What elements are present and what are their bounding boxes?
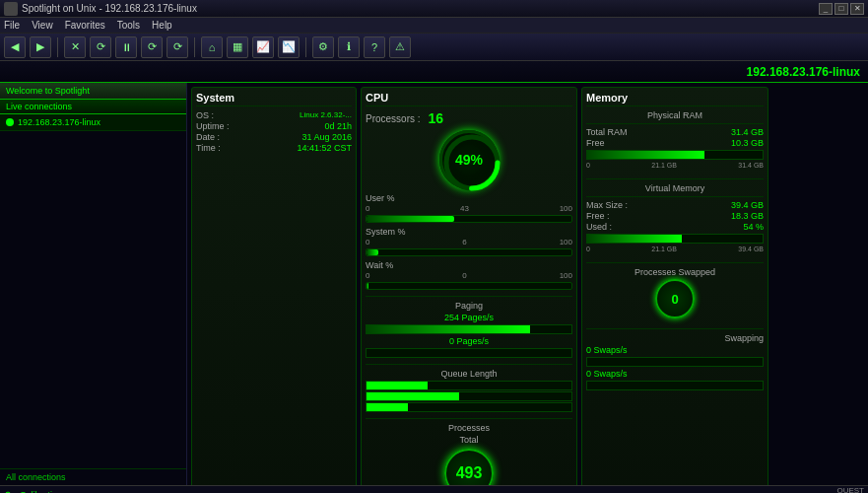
used-vm-value: 54 % [743, 222, 764, 232]
minimize-button[interactable]: _ [819, 3, 833, 15]
system-pct-label: System % [366, 227, 406, 237]
forward-button[interactable]: ▶ [30, 36, 51, 58]
processes-total: 493 [444, 449, 494, 485]
free-vm-label: Free : [586, 211, 610, 221]
wait-pct-bar [366, 282, 572, 290]
toolbar-separator-2 [194, 37, 195, 57]
quest-logo-text: QUESTSOFTWARE [820, 486, 864, 494]
paging-label: Paging [366, 301, 572, 311]
replay-button[interactable]: ⟳ [167, 36, 188, 58]
total-ram-value: 31.4 GB [731, 127, 764, 137]
system-panel: System OS : Linux 2.6.32-... Uptime : 0d… [191, 87, 357, 485]
swapping-label: Swapping [586, 333, 764, 343]
pause-button[interactable]: ⏸ [115, 36, 137, 58]
welcome-text: Welcome to Spotlight [6, 86, 90, 96]
swaps-in-bar [586, 357, 764, 367]
sys-pct-labels: 0 6 100 [366, 238, 572, 246]
ram-bar [586, 150, 764, 160]
vm-bar-21: 21.1 GB [651, 246, 677, 252]
total-label: Total [366, 435, 572, 445]
chart2-button[interactable]: 📈 [252, 36, 274, 58]
processes-swapped-value: 0 [655, 279, 695, 318]
home-button[interactable]: ⌂ [201, 36, 223, 58]
time-label: Time : [196, 143, 221, 153]
all-connections[interactable]: All connections [0, 468, 186, 485]
queue-bar-fill-2 [367, 392, 459, 400]
sys-pct-max: 100 [560, 238, 572, 246]
vm-bar-labels: 0 21.1 GB 39.4 GB [586, 246, 764, 252]
memory-panel: Memory Physical RAM Total RAM 31.4 GB Fr… [581, 87, 768, 485]
step-button[interactable]: ⟳ [141, 36, 163, 58]
window-controls[interactable]: _ □ ✕ [819, 3, 864, 15]
wait-pct-min: 0 [366, 271, 369, 280]
menu-file[interactable]: File [4, 20, 20, 31]
live-connections-header: Live connections [0, 100, 186, 114]
calibrating-text: Calibrating... [20, 490, 70, 494]
queue-bar-fill-1 [367, 382, 428, 389]
warning-button[interactable]: ⚠ [389, 36, 411, 58]
uptime-value: 0d 21h [324, 121, 352, 131]
wait-pct-labels: 0 0 100 [366, 271, 572, 280]
swaps-out-bar [586, 381, 764, 390]
welcome-banner: Welcome to Spotlight [0, 83, 186, 100]
status-icon: ⚙ [4, 490, 12, 494]
free-ram-label: Free [586, 138, 605, 148]
used-vm-row: Used : 54 % [586, 222, 764, 232]
window-title: Spotlight on Unix - 192.168.23.176-linux [22, 3, 197, 14]
toolbar: ◀ ▶ ✕ ⟳ ⏸ ⟳ ⟳ ⌂ ▦ 📈 📉 ⚙ ℹ ? ⚠ [0, 34, 868, 61]
vm-bar-0: 0 [586, 246, 590, 252]
close-button[interactable]: ✕ [850, 3, 864, 15]
back-button[interactable]: ◀ [4, 36, 26, 58]
user-pct-min: 0 [366, 204, 369, 213]
virtual-memory-label: Virtual Memory [586, 183, 764, 197]
time-row: Time : 14:41:52 CST [196, 143, 352, 153]
wait-pct-fill [367, 283, 368, 289]
menu-favorites[interactable]: Favorites [65, 20, 105, 31]
ram-bar-0: 0 [586, 162, 590, 169]
toolbar-separator [57, 37, 58, 57]
menu-tools[interactable]: Tools [117, 20, 140, 31]
time-value: 14:41:52 CST [297, 143, 352, 153]
os-label: OS : [196, 110, 214, 120]
user-pct-label: User % [366, 193, 395, 203]
settings-button[interactable]: ⚙ [312, 36, 334, 58]
wait-pct-max: 100 [560, 271, 572, 280]
processes-label: Processes [366, 423, 572, 433]
uptime-row: Uptime : 0d 21h [196, 121, 352, 131]
all-connections-label: All connections [6, 472, 66, 482]
queue-bar-1 [366, 381, 572, 390]
wait-pct-row: Wait % [366, 260, 572, 270]
os-value: Linux 2.6.32-... [300, 110, 352, 120]
total-ram-row: Total RAM 31.4 GB [586, 127, 764, 137]
vm-bar [586, 234, 764, 244]
pages-out-bar [366, 348, 572, 358]
os-row: OS : Linux 2.6.32-... [196, 110, 352, 120]
pages-in-bar [366, 324, 572, 334]
connection-item[interactable]: 192.168.23.176-linux [0, 114, 186, 131]
user-pct-row: User % [366, 193, 572, 203]
chart1-button[interactable]: ▦ [227, 36, 248, 58]
info-button[interactable]: ℹ [338, 36, 360, 58]
sys-pct-min: 0 [366, 238, 369, 246]
ram-bar-labels: 0 21.1 GB 31.4 GB [586, 162, 764, 169]
refresh-button[interactable]: ⟳ [90, 36, 111, 58]
processes-swapped-label: Processes Swapped [586, 267, 764, 277]
menu-help[interactable]: Help [152, 20, 172, 31]
free-ram-value: 10.3 GB [731, 138, 764, 148]
system-pct-fill [367, 249, 378, 255]
user-pct-bar-labels: 0 43 100 [366, 204, 572, 213]
wait-pct-label: Wait % [366, 260, 393, 270]
swaps-out: 0 Swaps/s [586, 369, 764, 379]
processors-value: 16 [429, 110, 444, 126]
date-label: Date : [196, 132, 220, 142]
chart3-button[interactable]: 📉 [278, 36, 300, 58]
menu-view[interactable]: View [32, 20, 53, 31]
stop-button[interactable]: ✕ [64, 36, 86, 58]
cpu-gauge-container: 49% [366, 130, 572, 189]
title-bar: Spotlight on Unix - 192.168.23.176-linux… [0, 0, 868, 18]
ram-bar-fill [587, 151, 704, 159]
cpu-title: CPU [366, 92, 572, 106]
help-button[interactable]: ? [364, 36, 385, 58]
sidebar: Welcome to Spotlight Live connections 19… [0, 83, 187, 485]
maximize-button[interactable]: □ [835, 3, 848, 15]
